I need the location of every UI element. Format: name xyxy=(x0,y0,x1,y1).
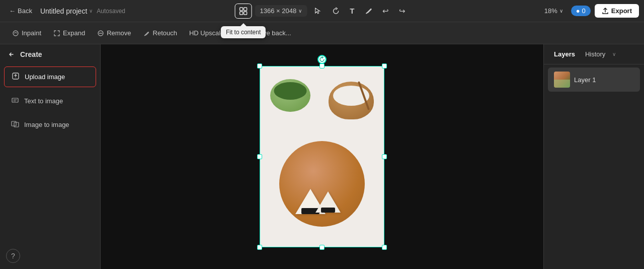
remove-back-label: Remove back... xyxy=(246,29,291,37)
onigiri2-nori xyxy=(321,208,335,213)
dimensions-display[interactable]: 1366 × 2048 ∨ xyxy=(255,5,307,17)
svg-rect-1 xyxy=(244,8,247,11)
sidebar-footer: ? xyxy=(0,243,100,269)
handle-top-right[interactable] xyxy=(382,63,387,69)
user-count: 0 xyxy=(582,7,586,15)
topbar: ← Back Untitled project ∨ Autosaved Fit … xyxy=(0,0,644,22)
sidebar-item-upload[interactable]: Upload image xyxy=(4,66,96,87)
tab-history[interactable]: History xyxy=(581,48,609,60)
rotate-icon xyxy=(332,7,340,15)
history-tab-label: History xyxy=(585,50,605,58)
right-panel: Layers History ∨ Layer 1 xyxy=(543,44,644,269)
export-label: Export xyxy=(611,7,632,15)
remove-label: Remove xyxy=(107,29,131,37)
text-to-image-icon xyxy=(11,96,19,106)
toolbar: Inpaint Expand Remove Retouch HD Upscale… xyxy=(0,22,644,44)
zoom-display[interactable]: 18% ∨ xyxy=(540,5,567,17)
history-chevron-icon[interactable]: ∨ xyxy=(612,51,616,57)
export-button[interactable]: Export xyxy=(595,4,639,18)
sidebar-item-image-to-image[interactable]: Image to image xyxy=(4,115,96,134)
layer-name: Layer 1 xyxy=(574,76,596,84)
rotate-handle[interactable] xyxy=(317,55,327,64)
text-tool-button[interactable]: T xyxy=(346,4,358,18)
handle-top-middle[interactable] xyxy=(319,63,325,69)
sidebar-header: Create xyxy=(0,44,100,64)
layers-tab-label: Layers xyxy=(554,50,575,58)
sidebar-create-label: Create xyxy=(20,50,42,58)
canvas-area[interactable] xyxy=(101,44,543,269)
tab-layers[interactable]: Layers xyxy=(550,48,579,60)
text-to-image-label: Text to image xyxy=(24,97,63,105)
rice-bowl xyxy=(329,82,374,119)
fit-icon xyxy=(239,7,248,16)
handle-middle-left[interactable] xyxy=(257,154,262,159)
right-panel-tabs: Layers History ∨ xyxy=(544,44,644,64)
user-dot-icon: ● xyxy=(576,7,580,15)
expand-label: Expand xyxy=(63,29,85,37)
user-badge[interactable]: ● 0 xyxy=(571,6,591,16)
dimensions-chevron-icon: ∨ xyxy=(298,8,302,14)
create-header-icon xyxy=(8,50,16,58)
redo-icon: ↪ xyxy=(399,7,406,16)
retouch-button[interactable]: Retouch xyxy=(138,27,182,39)
select-tool-button[interactable] xyxy=(310,5,325,18)
layer-thumbnail xyxy=(554,72,570,88)
food-illustration xyxy=(260,66,384,247)
pen-tool-button[interactable] xyxy=(361,5,376,18)
zoom-chevron-icon: ∨ xyxy=(559,8,563,14)
hd-upscale-button[interactable]: HD Upscale xyxy=(184,27,229,39)
canvas-image xyxy=(260,66,384,247)
svg-rect-2 xyxy=(240,12,243,15)
arrow-select-icon xyxy=(313,7,321,15)
svg-rect-8 xyxy=(12,98,18,102)
image-to-image-label: Image to image xyxy=(24,121,69,128)
expand-icon xyxy=(53,30,60,37)
svg-rect-0 xyxy=(240,8,243,11)
remove-back-icon xyxy=(236,30,243,37)
green-bowl xyxy=(270,79,310,112)
canvas-image-wrapper xyxy=(260,66,384,247)
layer-item[interactable]: Layer 1 xyxy=(548,68,640,92)
help-button[interactable]: ? xyxy=(6,249,20,263)
project-chevron-icon: ∨ xyxy=(89,8,93,14)
project-name-text: Untitled project xyxy=(40,7,87,15)
upload-image-label: Upload image xyxy=(25,73,65,81)
autosaved-label: Autosaved xyxy=(97,8,125,15)
back-arrow-icon: ← xyxy=(9,7,16,15)
topbar-center-tools: Fit to content 1366 × 2048 ∨ T xyxy=(235,4,410,19)
sidebar-item-text-to-image[interactable]: Text to image xyxy=(4,91,96,111)
expand-button[interactable]: Expand xyxy=(48,27,90,39)
svg-rect-3 xyxy=(244,12,247,15)
redo-button[interactable]: ↪ xyxy=(395,4,409,18)
main-content: Create Upload image Text to image xyxy=(0,44,644,269)
remove-icon xyxy=(97,30,104,37)
help-icon: ? xyxy=(11,252,15,260)
inpaint-button[interactable]: Inpaint xyxy=(7,27,46,39)
svg-point-4 xyxy=(13,31,18,36)
topbar-right: 18% ∨ ● 0 Export xyxy=(540,4,639,18)
inpaint-icon xyxy=(12,30,19,37)
project-name[interactable]: Untitled project ∨ xyxy=(40,7,93,15)
zoom-value: 18% xyxy=(544,7,557,15)
handle-bottom-left[interactable] xyxy=(257,245,262,250)
remove-background-button[interactable]: Remove back... xyxy=(231,27,296,39)
back-button[interactable]: ← Back xyxy=(5,5,36,17)
fit-to-content-button[interactable]: Fit to content xyxy=(235,4,252,19)
text-tool-icon: T xyxy=(350,7,354,15)
retouch-icon xyxy=(143,30,150,37)
rotate-tool-button[interactable] xyxy=(328,5,343,18)
retouch-label: Retouch xyxy=(153,29,177,37)
svg-rect-6 xyxy=(237,31,242,36)
handle-middle-right[interactable] xyxy=(382,154,387,159)
image-to-image-icon xyxy=(11,120,19,129)
handle-bottom-right[interactable] xyxy=(382,245,387,250)
undo-icon: ↩ xyxy=(382,7,389,16)
handle-bottom-middle[interactable] xyxy=(319,245,325,250)
left-sidebar: Create Upload image Text to image xyxy=(0,44,101,269)
dimensions-text: 1366 × 2048 xyxy=(260,7,297,15)
remove-button[interactable]: Remove xyxy=(92,27,136,39)
handle-top-left[interactable] xyxy=(257,63,262,69)
export-icon xyxy=(602,8,609,15)
undo-button[interactable]: ↩ xyxy=(379,4,392,18)
back-label: Back xyxy=(18,7,32,15)
